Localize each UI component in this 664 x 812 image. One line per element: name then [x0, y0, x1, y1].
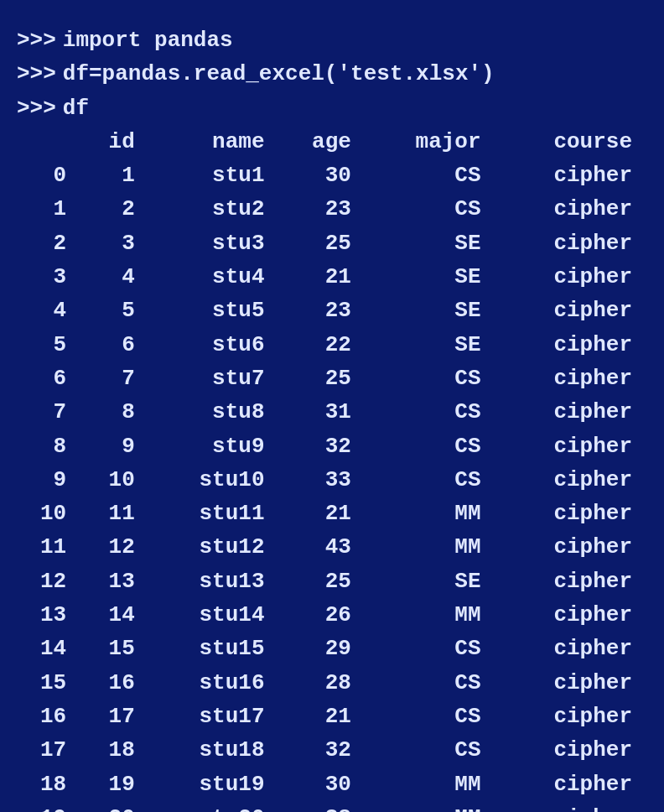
table-cell: stu5: [142, 294, 272, 327]
table-cell: 21: [272, 497, 358, 530]
table-cell: CS: [358, 632, 488, 665]
table-cell: cipher: [488, 328, 639, 362]
table-cell: MM: [358, 801, 488, 812]
table-cell: 12: [17, 565, 76, 598]
table-cell: 7: [17, 395, 76, 429]
table-cell: stu3: [142, 226, 272, 260]
table-row: 12stu223CScipher: [17, 192, 639, 226]
prompt-2: >>>: [17, 57, 56, 91]
table-cell: SE: [358, 260, 488, 294]
table-cell: 1: [76, 159, 142, 192]
table-cell: CS: [358, 666, 488, 700]
table-cell: cipher: [488, 565, 639, 598]
table-cell: cipher: [488, 294, 639, 327]
table-cell: stu1: [142, 159, 272, 192]
code-3: df: [63, 91, 89, 125]
table-cell: cipher: [488, 395, 639, 429]
table-row: 1920stu2038MMcipher: [17, 801, 639, 812]
table-cell: cipher: [488, 598, 639, 632]
table-cell: stu17: [142, 700, 272, 733]
table-cell: 31: [272, 395, 358, 429]
table-cell: 25: [272, 226, 358, 260]
table-row: 67stu725CScipher: [17, 362, 639, 395]
prompt-3: >>>: [17, 91, 56, 125]
table-cell: 0: [17, 159, 76, 192]
table-cell: stu20: [142, 801, 272, 812]
table-cell: 7: [76, 362, 142, 395]
table-cell: cipher: [488, 632, 639, 665]
table-row: 89stu932CScipher: [17, 429, 639, 463]
table-cell: stu19: [142, 768, 272, 801]
table-cell: 18: [76, 733, 142, 767]
table-cell: 22: [272, 328, 358, 362]
table-cell: cipher: [488, 801, 639, 812]
table-cell: 30: [272, 768, 358, 801]
table-cell: 23: [272, 192, 358, 226]
table-cell: 10: [76, 463, 142, 497]
table-cell: cipher: [488, 463, 639, 497]
command-line-1: >>> import pandas: [17, 23, 639, 57]
table-row: 78stu831CScipher: [17, 395, 639, 429]
table-row: 23stu325SEcipher: [17, 226, 639, 260]
table-cell: 10: [17, 497, 76, 530]
table-cell: cipher: [488, 260, 639, 294]
table-cell: stu18: [142, 733, 272, 767]
table-cell: 17: [17, 733, 76, 767]
table-cell: stu14: [142, 598, 272, 632]
col-header-major: major: [358, 125, 488, 159]
table-cell: MM: [358, 530, 488, 564]
dataframe-table: id name age major course 01stu130CSciphe…: [17, 125, 639, 812]
table-cell: cipher: [488, 159, 639, 192]
col-header-course: course: [488, 125, 639, 159]
table-cell: 13: [17, 598, 76, 632]
table-cell: 11: [76, 497, 142, 530]
table-cell: 13: [76, 565, 142, 598]
table-cell: 3: [76, 226, 142, 260]
table-row: 1213stu1325SEcipher: [17, 565, 639, 598]
table-cell: 25: [272, 362, 358, 395]
table-row: 45stu523SEcipher: [17, 294, 639, 327]
col-header-age: age: [272, 125, 358, 159]
table-row: 1415stu1529CScipher: [17, 632, 639, 665]
table-row: 1819stu1930MMcipher: [17, 768, 639, 801]
code-2: df=pandas.read_excel('test.xlsx'): [63, 57, 495, 91]
table-cell: SE: [358, 226, 488, 260]
table-header-row: id name age major course: [17, 125, 639, 159]
table-cell: 43: [272, 530, 358, 564]
table-cell: 1: [17, 192, 76, 226]
table-cell: SE: [358, 328, 488, 362]
table-cell: 30: [272, 159, 358, 192]
table-cell: stu16: [142, 666, 272, 700]
table-row: 1516stu1628CScipher: [17, 666, 639, 700]
table-cell: 9: [17, 463, 76, 497]
table-cell: CS: [358, 700, 488, 733]
code-1: import pandas: [63, 23, 233, 57]
table-row: 1011stu1121MMcipher: [17, 497, 639, 530]
table-cell: 16: [17, 700, 76, 733]
table-cell: 9: [76, 429, 142, 463]
table-cell: 17: [76, 700, 142, 733]
dataframe-output: id name age major course 01stu130CSciphe…: [17, 125, 639, 812]
table-cell: stu6: [142, 328, 272, 362]
table-cell: CS: [358, 733, 488, 767]
table-cell: 29: [272, 632, 358, 665]
table-cell: 8: [76, 395, 142, 429]
table-cell: 32: [272, 429, 358, 463]
table-cell: 14: [76, 598, 142, 632]
table-cell: MM: [358, 497, 488, 530]
table-cell: SE: [358, 294, 488, 327]
table-row: 910stu1033CScipher: [17, 463, 639, 497]
table-cell: cipher: [488, 700, 639, 733]
table-cell: cipher: [488, 733, 639, 767]
col-header-name: name: [142, 125, 272, 159]
table-cell: MM: [358, 768, 488, 801]
table-cell: 32: [272, 733, 358, 767]
table-row: 1314stu1426MMcipher: [17, 598, 639, 632]
table-cell: 21: [272, 700, 358, 733]
table-cell: 11: [17, 530, 76, 564]
table-cell: SE: [358, 565, 488, 598]
table-cell: CS: [358, 362, 488, 395]
table-cell: 3: [17, 260, 76, 294]
table-cell: 6: [17, 362, 76, 395]
table-cell: 20: [76, 801, 142, 812]
